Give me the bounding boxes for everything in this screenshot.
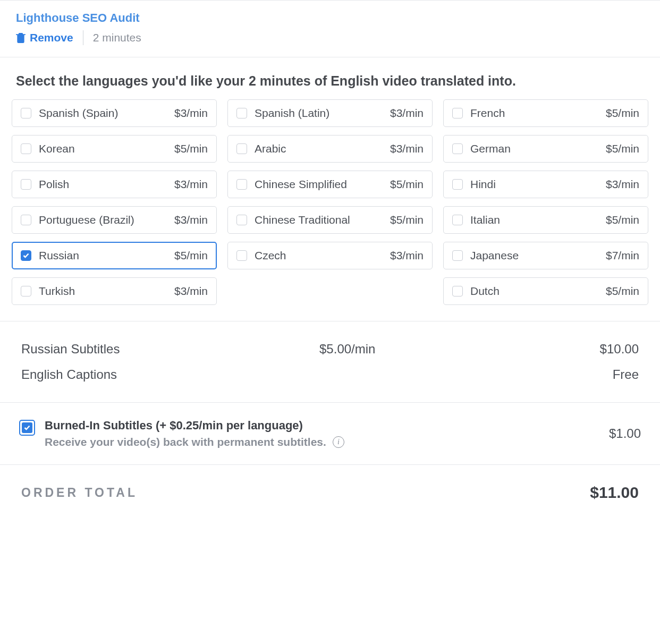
language-name: Czech [255, 249, 390, 262]
language-checkbox[interactable] [236, 108, 247, 118]
language-checkbox[interactable] [21, 179, 31, 190]
check-icon [24, 425, 30, 430]
file-duration: 2 minutes [93, 31, 141, 44]
addon-checkbox[interactable] [19, 420, 35, 436]
language-option[interactable]: German$5/min [443, 135, 648, 163]
language-name: Chinese Traditional [255, 214, 390, 226]
language-option[interactable]: Dutch$5/min [443, 277, 648, 305]
language-price: $3/min [174, 214, 208, 226]
language-option[interactable]: French$5/min [443, 99, 648, 127]
language-name: Korean [39, 142, 174, 155]
language-name: Dutch [470, 285, 606, 298]
language-checkbox[interactable] [21, 286, 31, 296]
addon-price: $1.00 [609, 426, 641, 441]
language-price: $5/min [606, 142, 639, 155]
language-name: Arabic [255, 142, 390, 155]
language-price: $5/min [174, 249, 208, 262]
language-option[interactable]: Portuguese (Brazil)$3/min [12, 206, 217, 234]
language-option[interactable]: Arabic$3/min [227, 135, 433, 163]
order-total-amount: $11.00 [590, 484, 639, 502]
language-price: $7/min [606, 249, 639, 262]
language-checkbox[interactable] [236, 215, 247, 225]
language-name: Hindi [470, 178, 606, 191]
language-name: Polish [39, 178, 174, 191]
order-total-section: ORDER TOTAL $11.00 [0, 465, 660, 507]
language-name: Spanish (Latin) [255, 107, 390, 120]
language-checkbox[interactable] [236, 250, 247, 261]
summary-amount: $10.00 [575, 342, 639, 357]
check-icon [23, 253, 29, 258]
summary-amount: Free [575, 367, 639, 382]
language-option[interactable]: Chinese Traditional$5/min [227, 206, 433, 234]
language-name: Turkish [39, 285, 174, 298]
divider [83, 30, 83, 45]
instruction-text: Select the languages you'd like your 2 m… [16, 73, 644, 89]
language-option[interactable]: Italian$5/min [443, 206, 648, 234]
addon-title: Burned-In Subtitles (+ $0.25/min per lan… [45, 419, 599, 433]
language-option[interactable]: Czech$3/min [227, 242, 433, 269]
language-checkbox[interactable] [452, 143, 463, 154]
summary-label: English Captions [21, 367, 117, 382]
language-option[interactable]: Russian$5/min [12, 242, 217, 269]
language-checkbox[interactable] [452, 179, 463, 190]
language-checkbox[interactable] [21, 250, 31, 261]
language-checkbox[interactable] [452, 215, 463, 225]
language-checkbox[interactable] [21, 108, 31, 118]
remove-label: Remove [30, 31, 73, 44]
summary-label: Russian Subtitles [21, 342, 120, 357]
summary-row: Russian Subtitles$5.00/min$10.00 [21, 336, 639, 362]
languages-grid: Spanish (Spain)$3/minSpanish (Latin)$3/m… [0, 99, 660, 321]
language-name: Japanese [470, 249, 606, 262]
language-price: $3/min [390, 142, 424, 155]
remove-button[interactable]: Remove [16, 31, 73, 44]
language-price: $5/min [606, 214, 639, 226]
language-option[interactable]: Turkish$3/min [12, 277, 217, 305]
language-checkbox[interactable] [21, 215, 31, 225]
language-price: $3/min [390, 249, 424, 262]
order-total-label: ORDER TOTAL [21, 486, 138, 500]
language-name: Portuguese (Brazil) [39, 214, 174, 226]
language-option[interactable]: Korean$5/min [12, 135, 217, 163]
language-name: Russian [39, 249, 174, 262]
language-option[interactable]: Japanese$7/min [443, 242, 648, 269]
trash-icon [16, 32, 26, 43]
language-name: French [470, 107, 606, 120]
addon-description: Receive your video(s) back with permanen… [45, 436, 326, 448]
info-icon[interactable]: i [333, 436, 344, 448]
file-title-link[interactable]: Lighthouse SEO Audit [16, 11, 140, 25]
language-checkbox[interactable] [452, 286, 463, 296]
language-option[interactable]: Polish$3/min [12, 171, 217, 198]
file-header: Lighthouse SEO Audit Remove 2 minutes [0, 0, 660, 57]
language-price: $5/min [606, 285, 639, 298]
language-name: Chinese Simplified [255, 178, 390, 191]
language-checkbox[interactable] [452, 108, 463, 118]
language-price: $3/min [606, 178, 639, 191]
language-price: $5/min [174, 142, 208, 155]
language-price: $5/min [390, 178, 424, 191]
language-checkbox[interactable] [236, 179, 247, 190]
summary-rate: $5.00/min [120, 342, 575, 357]
language-price: $5/min [390, 214, 424, 226]
language-checkbox[interactable] [452, 250, 463, 261]
language-checkbox[interactable] [236, 143, 247, 154]
language-price: $5/min [606, 107, 639, 120]
language-name: German [470, 142, 606, 155]
language-name: Spanish (Spain) [39, 107, 174, 120]
language-name: Italian [470, 214, 606, 226]
summary-row: English CaptionsFree [21, 362, 639, 387]
language-option[interactable]: Spanish (Spain)$3/min [12, 99, 217, 127]
language-price: $3/min [174, 178, 208, 191]
language-option[interactable]: Spanish (Latin)$3/min [227, 99, 433, 127]
language-price: $3/min [390, 107, 424, 120]
language-price: $3/min [174, 107, 208, 120]
language-option[interactable]: Hindi$3/min [443, 171, 648, 198]
addon-section: Burned-In Subtitles (+ $0.25/min per lan… [0, 403, 660, 465]
language-price: $3/min [174, 285, 208, 298]
language-option[interactable]: Chinese Simplified$5/min [227, 171, 433, 198]
summary-section: Russian Subtitles$5.00/min$10.00English … [0, 321, 660, 403]
language-checkbox[interactable] [21, 143, 31, 154]
